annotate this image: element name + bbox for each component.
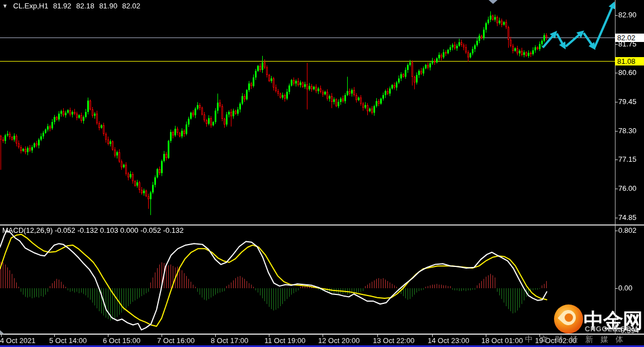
price-axis-tick [615,15,618,16]
sell-signal-marker-icon[interactable] [489,0,498,4]
quote-low: 81.90 [99,2,117,10]
watermark-tagline-text: 中文财经新媒体 [525,335,631,345]
symbol-header: ▼ CL.Exp,H1 81.92 82.18 81.90 82.02 [2,2,143,11]
chart-window: ▼ CL.Exp,H1 81.92 82.18 81.90 82.02 MACD… [0,0,644,347]
time-axis-label: 5 Oct 14:00 [49,336,87,345]
price-axis-label: 76.00 [618,184,637,193]
time-axis-label: 12 Oct 20:00 [318,336,359,345]
symbol-title: CL.Exp,H1 [13,2,49,10]
resize-corner-icon[interactable] [0,330,4,334]
level-price-tag: 81.08 [615,57,644,65]
price-axis-label: 80.60 [618,68,637,77]
logo-swirl-inner-icon [565,313,573,322]
price-axis-tick [615,131,618,132]
quote-close: 82.02 [122,2,141,10]
current-price-tag: 82.02 [615,34,644,42]
price-axis-tick [615,73,618,73]
symbol-dropdown-icon[interactable]: ▼ [2,2,8,11]
price-axis-label: 74.85 [618,213,637,222]
price-axis-tick [615,189,618,189]
time-axis-label: 8 Oct 17:00 [211,336,248,345]
price-chart-canvas[interactable] [0,0,644,347]
price-axis-label: 79.45 [618,97,637,106]
indicator-label: MACD(12,26,9) -0.052 -0.132 0.103 0.000 … [2,226,184,235]
time-axis-label: 14 Oct 23:00 [428,336,469,345]
quote-high: 82.18 [76,2,94,10]
macd-axis-label: 0.00 [618,284,632,293]
price-axis-line [615,0,615,334]
price-axis-tick [615,102,618,102]
price-axis-tick [615,160,618,160]
time-axis-label: 11 Oct 19:00 [264,336,305,345]
macd-axis-label: 0.802 [618,226,637,235]
quote-open: 81.92 [53,2,72,10]
price-axis-label: 77.15 [618,155,637,164]
price-axis-tick [615,218,618,218]
panel-separator[interactable] [0,224,644,226]
price-axis-label: 78.30 [618,126,637,135]
macd-axis-tick [615,231,618,231]
macd-axis-tick [615,288,618,289]
price-axis-label: 82.90 [618,11,637,20]
time-axis-label: 18 Oct 01:00 [481,336,523,345]
macd-axis-label: -0.594 [618,326,639,335]
time-axis-label: 4 Oct 2021 [0,336,36,345]
time-axis-label: 7 Oct 16:00 [157,336,195,345]
time-axis-label: 13 Oct 22:00 [373,336,414,345]
time-axis-label: 6 Oct 15:00 [103,336,140,345]
price-axis-tick [615,44,618,45]
